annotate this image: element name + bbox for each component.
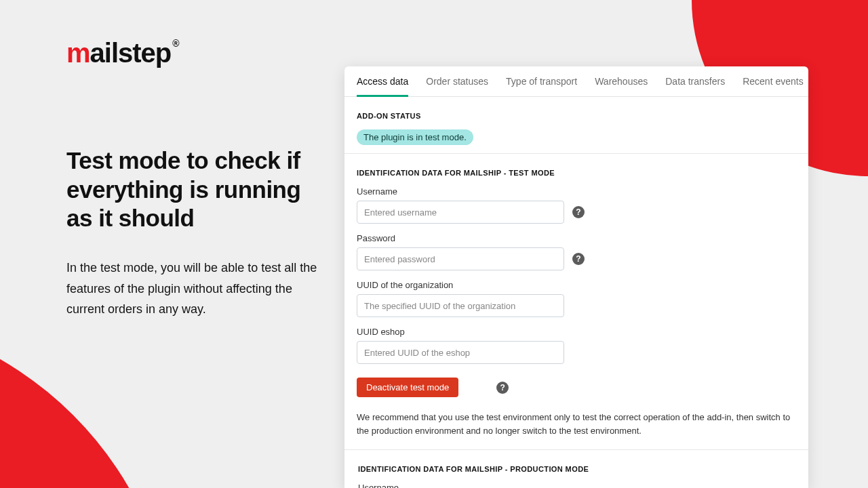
eshop-uuid-label: UUID eshop [357,327,796,337]
logo-rest: ailstep [90,38,172,68]
username-input[interactable] [357,201,564,224]
password-label: Password [357,233,796,243]
settings-panel: Access data Order statuses Type of trans… [344,66,808,488]
tab-type-of-transport[interactable]: Type of transport [506,66,577,96]
tab-data-transfers[interactable]: Data transfers [665,66,725,96]
tabs: Access data Order statuses Type of trans… [344,66,808,97]
tab-order-statuses[interactable]: Order statuses [426,66,488,96]
tab-access-data[interactable]: Access data [357,66,408,97]
decoration-bottom-left [0,312,176,488]
prod-section-title: IDENTIFICATION DATA FOR MAILSHIP - PRODU… [358,465,795,473]
tab-warehouses[interactable]: Warehouses [595,66,648,96]
org-uuid-label: UUID of the organization [357,280,796,290]
tab-recent-events[interactable]: Recent events [743,66,804,96]
org-uuid-input[interactable] [357,294,564,317]
hero-title: Test mode to check if everything is runn… [66,146,331,233]
eshop-uuid-input[interactable] [357,341,564,364]
username-label: Username [357,186,796,197]
prod-username-label: Username [358,483,795,488]
logo-registered: ® [172,38,178,49]
help-icon[interactable]: ? [572,206,585,218]
status-badge: The plugin is in test mode. [357,129,473,145]
logo: mailstep® [66,38,179,68]
test-mode-section: IDENTIFICATION DATA FOR MAILSHIP - TEST … [344,153,808,400]
deactivate-test-mode-button[interactable]: Deactivate test mode [357,378,458,397]
hero: Test mode to check if everything is runn… [66,146,331,320]
production-mode-section: IDENTIFICATION DATA FOR MAILSHIP - PRODU… [344,449,808,488]
logo-prefix: m [66,38,90,68]
test-section-title: IDENTIFICATION DATA FOR MAILSHIP - TEST … [357,169,796,177]
password-input[interactable] [357,247,564,270]
addon-status-section: ADD-ON STATUS The plugin is in test mode… [344,97,808,148]
addon-status-title: ADD-ON STATUS [357,112,796,120]
help-icon[interactable]: ? [496,382,509,394]
help-icon[interactable]: ? [572,253,585,265]
test-mode-note: We recommend that you use the test envir… [344,411,808,449]
hero-body: In the test mode, you will be able to te… [66,258,331,320]
